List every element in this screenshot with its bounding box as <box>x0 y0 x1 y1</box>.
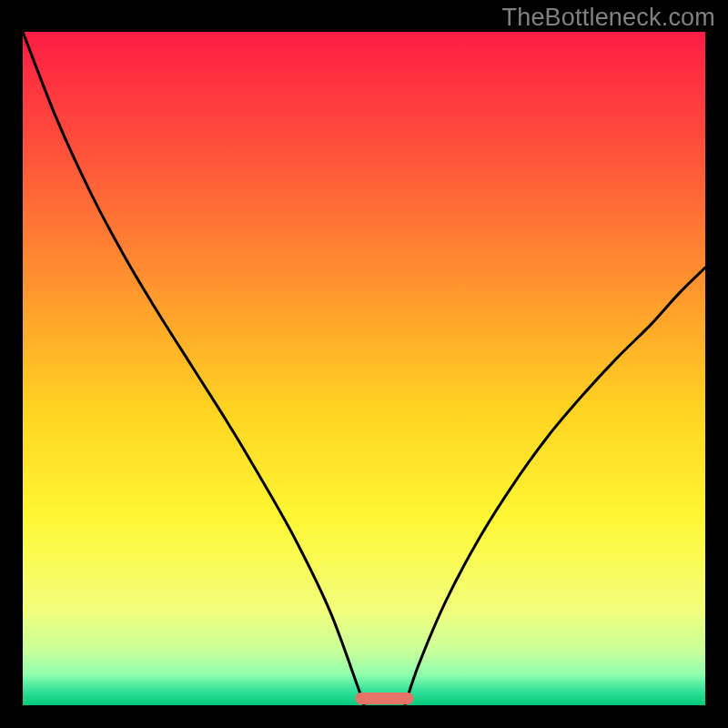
watermark-text: TheBottleneck.com <box>501 4 715 32</box>
gradient-rect <box>23 32 705 705</box>
chart-frame: TheBottleneck.com <box>0 0 728 728</box>
bottleneck-chart <box>23 32 705 705</box>
minimum-marker <box>356 693 414 704</box>
